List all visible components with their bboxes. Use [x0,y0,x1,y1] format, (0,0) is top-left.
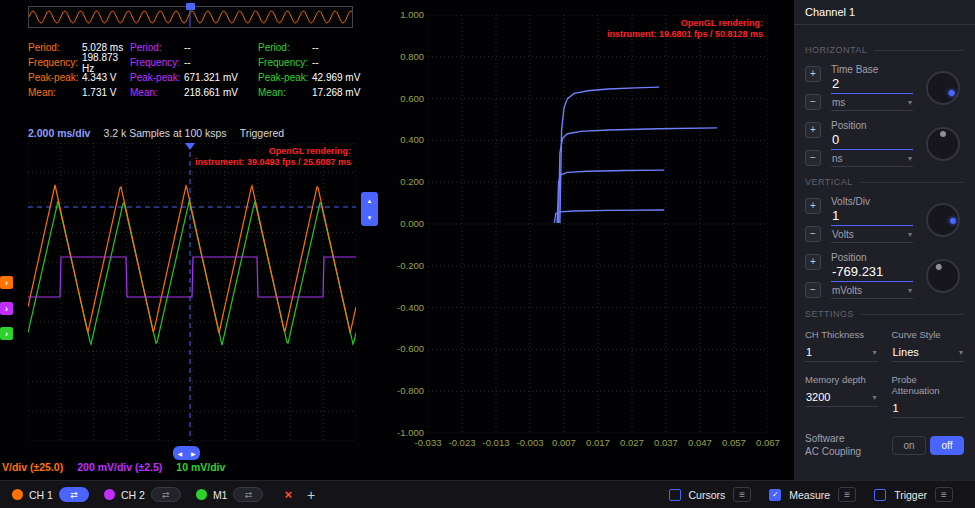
ac-coupling-on-button[interactable]: on [892,436,926,455]
volts-div-decrement-button[interactable]: − [805,226,821,242]
knob-indicator [935,262,943,270]
stepper: + − [805,64,822,110]
measure-menu-button[interactable]: ≡ [838,487,856,502]
ac-coupling-off-button[interactable]: off [930,436,964,455]
y-tick-label: -0.600 [397,343,424,355]
field: Position -769.231 mVolts ▾ [831,252,913,299]
trigger-label[interactable]: Trigger [894,489,927,501]
y-tick-label: 0.400 [400,134,424,146]
probe-attenuation-value[interactable]: 1 [892,401,965,418]
v-position-increment-button[interactable]: + [805,254,821,270]
ch1-offset-flag[interactable]: › [0,276,13,289]
preview-waveform-canvas [29,7,352,27]
measurement-row: Mean:17.268 mV [258,85,378,100]
arrow-left-icon[interactable]: ◀ [177,450,182,457]
time-base-knob[interactable] [926,71,960,105]
measurement-label: Period: [258,42,312,53]
stepper: + − [805,120,822,166]
m1-color-dot[interactable] [196,489,207,500]
measurement-row: Mean:218.661 mV [130,85,258,100]
measurement-value: 198.873 Hz [82,52,130,74]
xy-plot-y-ticks: 1.0000.8000.6000.4000.2000.000-0.200-0.4… [392,9,424,439]
measurements-panel: Period:5.028 ms Frequency:198.873 Hz Pea… [28,40,378,100]
arrow-down-icon[interactable]: ▼ [367,215,373,221]
v-position-knob[interactable] [926,259,960,293]
measurement-label: Mean: [258,87,312,98]
cursors-menu-button[interactable]: ≡ [733,487,751,502]
m1-name[interactable]: M1 [213,489,228,501]
m1-offset-flag[interactable]: › [0,327,13,340]
x-tick-label: 0.047 [683,437,717,448]
ch1-name[interactable]: CH 1 [29,489,53,501]
opengl-line2: instrument: 39.0493 fps / 25.6087 ms [195,157,351,168]
measurement-value: 671.321 mV [184,72,238,83]
knob-area [922,120,964,167]
horizontal-pan-control[interactable]: ◀ ▶ [173,446,200,460]
trigger-checkbox[interactable] [874,489,886,501]
volts-div-unit-dropdown[interactable]: Volts ▾ [831,226,913,243]
h-position-unit-dropdown[interactable]: ns ▾ [831,150,913,167]
scope-plot[interactable]: OpenGL rendering: instrument: 39.0493 fp… [28,143,356,441]
curve-style-dropdown[interactable]: Lines ▾ [892,345,965,362]
ac-coupling-label-line1: Software [805,432,861,445]
settings-toggle-icon: ⇄ [245,490,253,500]
xy-curve-4 [555,210,665,223]
v-position-value[interactable]: -769.231 [831,263,913,282]
arrow-up-icon[interactable]: ▲ [367,198,373,204]
xy-plot[interactable]: OpenGL rendering: instrument: 19.6801 fp… [428,15,768,433]
volts-div-increment-button[interactable]: + [805,198,821,214]
opengl-line1: OpenGL rendering: [607,18,763,29]
volts-div-knob[interactable] [926,203,960,237]
panel-title: Channel 1 [794,0,975,25]
cursors-label[interactable]: Cursors [689,489,726,501]
time-base-increment-button[interactable]: + [805,66,821,82]
close-channel-icon[interactable]: × [284,487,292,502]
ch1-settings-button[interactable]: ⇄ [59,487,89,502]
measurement-value: 42.969 mV [312,72,360,83]
section-label: HORIZONTAL [805,45,867,55]
y-tick-label: 0.200 [400,176,424,188]
ch2-color-dot[interactable] [104,489,115,500]
trigger-position-handle[interactable] [185,143,195,150]
ch-thickness-dropdown[interactable]: 1 ▾ [805,345,878,362]
vertical-pan-control[interactable]: ▲ ▼ [361,192,378,226]
memory-depth-dropdown[interactable]: 3200 ▾ [805,390,878,407]
cursors-checkbox[interactable] [669,489,681,501]
m1-settings-button[interactable]: ⇄ [233,487,263,502]
channel-bar: CH 1 ⇄ CH 2 ⇄ M1 ⇄ × + [12,487,315,503]
measure-label[interactable]: Measure [789,489,830,501]
ch1-color-dot[interactable] [12,489,23,500]
time-base-unit-dropdown[interactable]: ms ▾ [831,94,913,111]
arrow-right-icon[interactable]: ▶ [191,450,196,457]
probe-attenuation-label: Probe Attenuation [892,374,965,396]
h-position-value[interactable]: 0 [831,131,913,150]
v-position-unit-dropdown[interactable]: mVolts ▾ [831,282,913,299]
volts-div-value[interactable]: 1 [831,207,913,226]
measure-checkbox[interactable]: ✓ [769,489,781,501]
h-position-decrement-button[interactable]: − [805,150,821,166]
add-channel-icon[interactable]: + [307,487,315,503]
y-tick-label: 0.800 [400,51,424,63]
volts-div-control: + − Volts/Div 1 Volts ▾ [805,196,964,243]
vertical-position-control: + − Position -769.231 mVolts ▾ [805,252,964,299]
field: Volts/Div 1 Volts ▾ [831,196,913,243]
ch2-name[interactable]: CH 2 [121,489,145,501]
ac-coupling-label: Software AC Coupling [805,432,861,458]
measurement-value: -- [312,57,319,68]
time-base-value[interactable]: 2 [831,75,913,94]
h-position-increment-button[interactable]: + [805,122,821,138]
ch2-offset-flag[interactable]: › [0,302,13,315]
field: Time Base 2 ms ▾ [831,64,913,111]
opengl-line2: instrument: 19.6801 fps / 50.8128 ms [607,29,763,40]
bottom-bar: CH 1 ⇄ CH 2 ⇄ M1 ⇄ × + Cursors ≡ ✓ Measu… [0,480,975,508]
time-base-decrement-button[interactable]: − [805,94,821,110]
y-tick-label: 0.600 [400,93,424,105]
section-label: SETTINGS [805,309,854,319]
preview-position-handle[interactable] [186,3,195,10]
x-tick-label: -0.003 [513,437,547,448]
trigger-menu-button[interactable]: ≡ [935,487,953,502]
ch2-settings-button[interactable]: ⇄ [151,487,181,502]
v-position-decrement-button[interactable]: − [805,282,821,298]
ac-coupling-setting: Software AC Coupling on off [805,432,964,458]
h-position-knob[interactable] [926,127,960,161]
